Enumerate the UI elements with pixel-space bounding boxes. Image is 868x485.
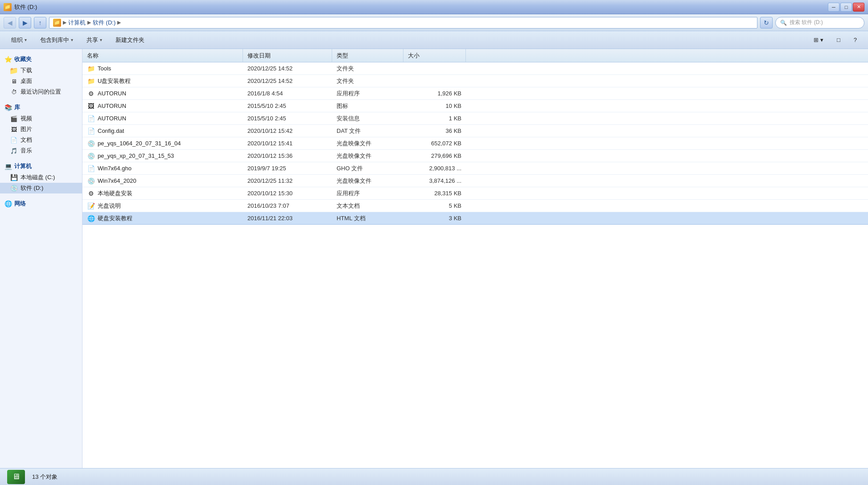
table-row[interactable]: 💿 pe_yqs_xp_20_07_31_15_53 2020/10/12 15… <box>82 150 868 162</box>
sidebar-item-drive-d[interactable]: 💿 软件 (D:) <box>0 183 82 193</box>
file-type-cell: 安装信息 <box>332 112 403 124</box>
file-icon: 💿 <box>87 152 95 160</box>
table-row[interactable]: 📄 Win7x64.gho 2019/9/7 19:25 GHO 文件 2,90… <box>82 162 868 175</box>
file-icon: 📄 <box>87 115 95 123</box>
file-size-cell: 279,696 KB <box>403 150 466 162</box>
refresh-button[interactable]: ↻ <box>760 17 773 29</box>
maximize-button[interactable]: □ <box>840 3 852 12</box>
organize-button[interactable]: 组织 ▾ <box>5 33 33 47</box>
col-header-type[interactable]: 类型 <box>332 49 403 62</box>
file-type-cell: 光盘映像文件 <box>332 137 403 149</box>
file-type-cell: 光盘映像文件 <box>332 150 403 162</box>
path-drive[interactable]: 软件 (D:) <box>93 19 115 27</box>
documents-icon: 📄 <box>10 136 18 144</box>
file-name: Tools <box>98 65 111 72</box>
view-options-button[interactable]: ⊞ ▾ <box>808 33 829 47</box>
sidebar-item-drive-c[interactable]: 💾 本地磁盘 (C:) <box>0 172 82 183</box>
recent-icon: ⏱ <box>10 88 18 96</box>
network-section: 🌐 网络 <box>0 198 82 210</box>
column-headers: 名称 修改日期 类型 大小 <box>82 49 868 62</box>
file-date-cell: 2016/10/23 7:07 <box>243 200 332 212</box>
file-icon: 💿 <box>87 140 95 148</box>
sidebar-item-desktop[interactable]: 🖥 桌面 <box>0 76 82 86</box>
col-header-date[interactable]: 修改日期 <box>243 49 332 62</box>
file-name-cell: 💿 pe_yqs_xp_20_07_31_15_53 <box>82 150 243 162</box>
sidebar-item-video[interactable]: 🎬 视频 <box>0 113 82 124</box>
col-header-name[interactable]: 名称 <box>82 49 243 62</box>
file-name-cell: 💿 pe_yqs_1064_20_07_31_16_04 <box>82 137 243 149</box>
table-row[interactable]: ⚙ 本地硬盘安装 2020/10/12 15:30 应用程序 28,315 KB <box>82 187 868 200</box>
network-header[interactable]: 🌐 网络 <box>0 198 82 210</box>
sidebar-item-recent[interactable]: ⏱ 最近访问的位置 <box>0 86 82 97</box>
path-computer[interactable]: 计算机 <box>68 19 86 27</box>
share-button[interactable]: 共享 ▾ <box>81 33 108 47</box>
music-label: 音乐 <box>21 147 32 155</box>
up-button[interactable]: ↑ <box>34 17 46 29</box>
file-icon: ⚙ <box>87 90 95 98</box>
file-name: AUTORUN <box>98 103 126 109</box>
help-button[interactable]: ? <box>848 33 863 47</box>
recent-label: 最近访问的位置 <box>21 88 61 96</box>
table-row[interactable]: ⚙ AUTORUN 2016/1/8 4:54 应用程序 1,926 KB <box>82 87 868 100</box>
table-row[interactable]: 🌐 硬盘安装教程 2016/11/21 22:03 HTML 文档 3 KB <box>82 212 868 225</box>
file-name: AUTORUN <box>98 90 126 97</box>
table-row[interactable]: 📁 Tools 2020/12/25 14:52 文件夹 <box>82 62 868 75</box>
file-name: 硬盘安装教程 <box>98 214 132 222</box>
back-button[interactable]: ◀ <box>4 17 16 29</box>
table-row[interactable]: 📁 U盘安装教程 2020/12/25 14:52 文件夹 <box>82 75 868 87</box>
search-icon: 🔍 <box>780 20 787 26</box>
close-button[interactable]: ✕ <box>853 3 864 12</box>
file-date-cell: 2020/12/25 11:32 <box>243 175 332 187</box>
library-section: 📚 库 🎬 视频 🖼 图片 📄 文档 🎵 音乐 <box>0 102 82 156</box>
computer-section: 💻 计算机 💾 本地磁盘 (C:) 💿 软件 (D:) <box>0 160 82 193</box>
table-row[interactable]: 📄 Config.dat 2020/10/12 15:42 DAT 文件 36 … <box>82 125 868 137</box>
file-icon: 🖼 <box>87 102 95 110</box>
new-folder-button[interactable]: 新建文件夹 <box>110 33 150 47</box>
file-type-cell: GHO 文件 <box>332 162 403 174</box>
table-row[interactable]: 📝 光盘说明 2016/10/23 7:07 文本文档 5 KB <box>82 200 868 212</box>
file-name-cell: 💿 Win7x64_2020 <box>82 175 243 187</box>
table-row[interactable]: 🖼 AUTORUN 2015/5/10 2:45 图标 10 KB <box>82 100 868 112</box>
file-name-cell: ⚙ 本地硬盘安装 <box>82 187 243 199</box>
file-icon: ⚙ <box>87 189 95 197</box>
preview-button[interactable]: □ <box>831 33 846 47</box>
file-date-cell: 2016/11/21 22:03 <box>243 212 332 224</box>
sidebar-item-documents[interactable]: 📄 文档 <box>0 135 82 145</box>
library-header[interactable]: 📚 库 <box>0 102 82 113</box>
col-header-size[interactable]: 大小 <box>403 49 466 62</box>
minimize-button[interactable]: ─ <box>828 3 839 12</box>
file-date-cell: 2020/10/12 15:41 <box>243 137 332 149</box>
table-row[interactable]: 💿 Win7x64_2020 2020/12/25 11:32 光盘映像文件 3… <box>82 175 868 187</box>
search-placeholder: 搜索 软件 (D:) <box>790 19 823 26</box>
file-size-cell <box>403 75 466 87</box>
file-name: 光盘说明 <box>98 202 121 210</box>
file-name-cell: ⚙ AUTORUN <box>82 87 243 99</box>
new-folder-label: 新建文件夹 <box>115 36 144 44</box>
favorites-label: 收藏夹 <box>14 55 32 63</box>
sidebar-item-music[interactable]: 🎵 音乐 <box>0 145 82 156</box>
file-type-cell: 文件夹 <box>332 62 403 74</box>
file-type-cell: DAT 文件 <box>332 125 403 137</box>
file-name-cell: 📄 AUTORUN <box>82 112 243 124</box>
file-size-cell: 1 KB <box>403 112 466 124</box>
file-name-cell: 📄 Win7x64.gho <box>82 162 243 174</box>
sidebar-item-downloads[interactable]: 📁 下载 <box>0 65 82 76</box>
file-size-cell: 5 KB <box>403 200 466 212</box>
toolbar: 组织 ▾ 包含到库中 ▾ 共享 ▾ 新建文件夹 ⊞ ▾ □ ? <box>0 31 868 49</box>
sidebar-item-images[interactable]: 🖼 图片 <box>0 124 82 135</box>
computer-header[interactable]: 💻 计算机 <box>0 160 82 172</box>
file-size-cell: 36 KB <box>403 125 466 137</box>
favorites-header[interactable]: ⭐ 收藏夹 <box>0 53 82 65</box>
file-date-cell: 2020/12/25 14:52 <box>243 62 332 74</box>
file-icon: 🌐 <box>87 214 95 222</box>
search-box[interactable]: 🔍 搜索 软件 (D:) <box>775 17 864 29</box>
file-date-cell: 2020/10/12 15:36 <box>243 150 332 162</box>
file-icon: 📁 <box>87 65 95 73</box>
content-area: 名称 修改日期 类型 大小 📁 Tools 2020/12/25 14:52 文… <box>82 49 868 468</box>
desktop-icon: 🖥 <box>10 77 18 85</box>
table-row[interactable]: 📄 AUTORUN 2015/5/10 2:45 安装信息 1 KB <box>82 112 868 125</box>
include-library-button[interactable]: 包含到库中 ▾ <box>34 33 79 47</box>
table-row[interactable]: 💿 pe_yqs_1064_20_07_31_16_04 2020/10/12 … <box>82 137 868 150</box>
forward-button[interactable]: ▶ <box>19 17 31 29</box>
file-type-cell: 应用程序 <box>332 87 403 99</box>
